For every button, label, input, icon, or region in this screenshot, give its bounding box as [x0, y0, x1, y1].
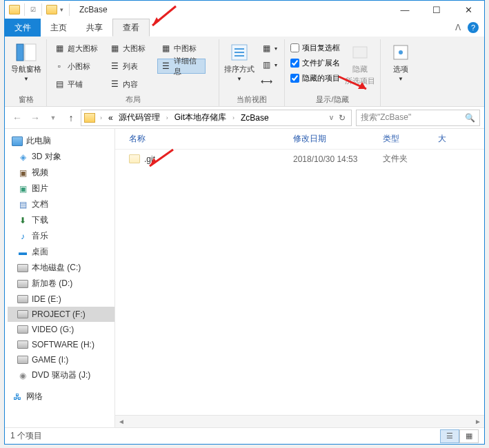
col-size[interactable]: 大: [438, 133, 479, 145]
chevron-right-icon: ›: [230, 114, 237, 121]
status-bar: 1 个项目 ☰ ▦: [5, 427, 484, 444]
maximize-button[interactable]: ☐: [421, 1, 452, 19]
up-button[interactable]: ↑: [63, 110, 79, 126]
group-layout: ▦超大图标 ▦大图标 ▦中图标 ▫小图标 ☰列表 ☰详细信息 ▤平铺 ☰内容 布…: [47, 39, 219, 106]
back-button[interactable]: ←: [9, 110, 26, 126]
chevron-down-icon: ▼: [23, 76, 29, 82]
tree-drive-h[interactable]: SOFTWARE (H:): [8, 337, 114, 352]
details-view-toggle[interactable]: ☰: [440, 429, 459, 443]
chevron-down-icon: ▼: [398, 76, 403, 82]
file-extensions-toggle[interactable]: 文件扩展名: [289, 56, 341, 70]
svg-rect-1: [25, 44, 36, 61]
close-button[interactable]: ✕: [452, 1, 484, 19]
layout-small[interactable]: ▫小图标: [51, 59, 103, 74]
desktop-icon: ▬: [17, 247, 28, 258]
file-name: .git: [144, 154, 155, 164]
crumb-item[interactable]: 源代码管理: [117, 112, 161, 123]
drive-icon: [17, 356, 28, 364]
history-dropdown-icon[interactable]: ▼: [45, 110, 61, 126]
tree-videos[interactable]: ▣视频: [8, 165, 114, 181]
chevron-right-icon: ›: [98, 114, 104, 121]
forward-button[interactable]: →: [27, 110, 43, 126]
qat-dropdown-icon[interactable]: ☑: [29, 6, 37, 13]
navigation-tree[interactable]: 此电脑 ◈3D 对象 ▣视频 ▣图片 ▤文档 ⬇下载 ♪音乐 ▬桌面 本地磁盘 …: [5, 129, 115, 427]
group-current-view: 排序方式 ▼ ▦▾ ▥▾ ⟷ 当前视图: [219, 39, 285, 106]
layout-extra-large[interactable]: ▦超大图标: [51, 41, 103, 56]
crumb-item[interactable]: Git本地存储库: [173, 112, 228, 123]
qat-dropdown-icon[interactable]: ▾: [59, 6, 65, 13]
tab-file[interactable]: 文件: [5, 19, 41, 37]
downloads-icon: ⬇: [17, 215, 28, 226]
col-type[interactable]: 类型: [383, 133, 438, 145]
tree-drive-e[interactable]: IDE (E:): [8, 292, 114, 307]
group-label: 当前视图: [223, 92, 280, 106]
icons-view-toggle[interactable]: ▦: [459, 429, 479, 443]
file-type: 文件夹: [383, 153, 438, 165]
crumb-item[interactable]: ZcBase: [239, 113, 270, 123]
layout-list[interactable]: ☰列表: [106, 59, 154, 74]
group-label: 窗格: [10, 92, 42, 106]
refresh-icon[interactable]: ↻: [336, 113, 348, 123]
tree-drive-j[interactable]: ◉DVD 驱动器 (J:): [8, 367, 114, 383]
tree-drive-f[interactable]: PROJECT (F:): [8, 307, 114, 322]
breadcrumb[interactable]: › « 源代码管理 › Git本地存储库 › ZcBase v ↻: [81, 110, 352, 126]
collapse-ribbon-icon[interactable]: ᐱ: [455, 23, 461, 32]
tab-home[interactable]: 主页: [41, 19, 77, 37]
layout-large[interactable]: ▦大图标: [106, 41, 154, 56]
file-modified: 2018/10/30 14:53: [293, 154, 383, 164]
layout-content[interactable]: ☰内容: [106, 77, 154, 92]
window-title: ZcBase: [79, 5, 108, 14]
tab-view[interactable]: 查看: [112, 19, 150, 37]
tree-3d-objects[interactable]: ◈3D 对象: [8, 149, 114, 165]
folder-icon[interactable]: [46, 5, 57, 14]
search-placeholder: 搜索"ZcBase": [361, 112, 411, 123]
sort-button[interactable]: 排序方式 ▼: [223, 41, 255, 92]
drive-icon: [17, 310, 28, 318]
group-show-hide: 项目复选框 文件扩展名 隐藏的项目 隐藏 所选项目 显示/隐藏: [285, 39, 381, 106]
tree-drive-i[interactable]: GAME (I:): [8, 352, 114, 367]
dvd-icon: ◉: [17, 370, 28, 381]
explorer-window: ☑ ▾ ZcBase — ☐ ✕ 文件 主页 共享 查看 ᐱ ? 导航窗: [4, 0, 485, 445]
options-button[interactable]: 选项 ▼: [385, 41, 417, 94]
col-name[interactable]: 名称: [121, 133, 293, 145]
drive-icon: [17, 340, 28, 349]
help-icon[interactable]: ?: [468, 22, 479, 33]
tree-drive-d[interactable]: 新加卷 (D:): [8, 276, 114, 292]
tree-desktop[interactable]: ▬桌面: [8, 244, 114, 260]
tree-drive-c[interactable]: 本地磁盘 (C:): [8, 260, 114, 276]
col-modified[interactable]: 修改日期: [293, 133, 383, 145]
nav-pane-button[interactable]: 导航窗格 ▼: [10, 41, 42, 92]
tree-documents[interactable]: ▤文档: [8, 196, 114, 212]
file-row[interactable]: .git 2018/10/30 14:53 文件夹: [115, 150, 484, 168]
tree-pictures[interactable]: ▣图片: [8, 181, 114, 196]
tree-network[interactable]: 🖧网络: [8, 389, 114, 405]
search-input[interactable]: 搜索"ZcBase" 🔍: [356, 110, 480, 126]
group-by-button[interactable]: ▦▾: [258, 41, 280, 56]
window-controls: — ☐ ✕: [389, 1, 484, 19]
crumb-prefix: «: [107, 113, 114, 123]
tab-share[interactable]: 共享: [77, 19, 112, 37]
search-icon[interactable]: 🔍: [465, 113, 475, 123]
tree-drive-g[interactable]: VIDEO (G:): [8, 322, 114, 337]
item-checkboxes-toggle[interactable]: 项目复选框: [289, 41, 341, 54]
column-headers[interactable]: 名称 修改日期 类型 大: [115, 129, 484, 150]
size-columns-button[interactable]: ⟷: [258, 74, 280, 89]
sort-label: 排序方式: [224, 64, 255, 74]
layout-medium[interactable]: ▦中图标: [157, 41, 206, 56]
add-columns-button[interactable]: ▥▾: [258, 57, 280, 72]
chevron-down-icon[interactable]: v: [330, 114, 333, 121]
minimize-button[interactable]: —: [389, 1, 421, 19]
ribbon-tabs: 文件 主页 共享 查看 ᐱ ?: [5, 19, 484, 37]
hidden-items-toggle[interactable]: 隐藏的项目: [289, 71, 341, 85]
layout-tiles[interactable]: ▤平铺: [51, 77, 103, 92]
tree-music[interactable]: ♪音乐: [8, 228, 114, 244]
svg-point-5: [399, 50, 403, 54]
pc-icon: [12, 136, 23, 146]
app-icon[interactable]: [9, 5, 20, 14]
layout-details[interactable]: ☰详细信息: [157, 59, 206, 74]
tree-this-pc[interactable]: 此电脑: [8, 133, 114, 149]
tree-downloads[interactable]: ⬇下载: [8, 212, 114, 228]
file-list: 名称 修改日期 类型 大 .git 2018/10/30 14:53 文件夹 ◄…: [115, 129, 484, 427]
horizontal-scrollbar[interactable]: ◄►: [115, 415, 484, 427]
network-icon: 🖧: [12, 391, 23, 403]
